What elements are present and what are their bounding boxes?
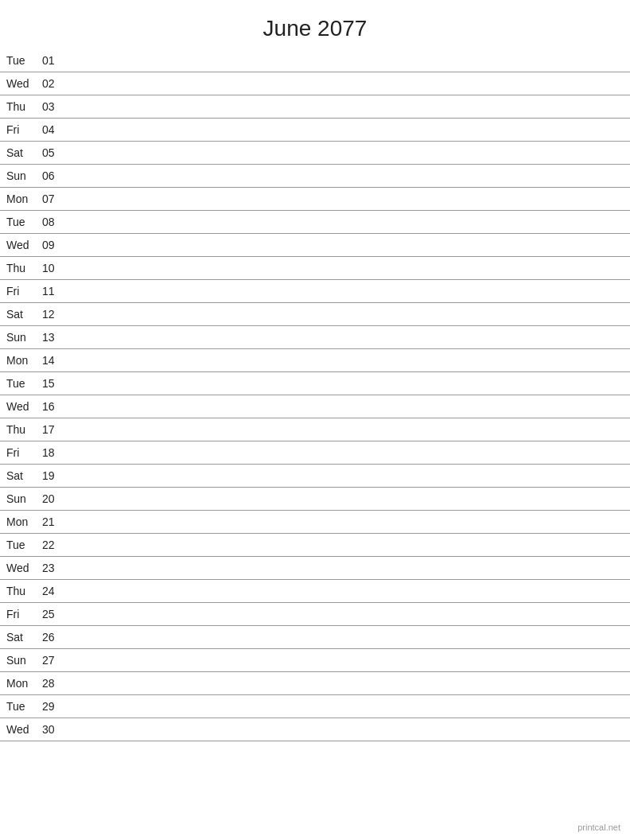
day-content-area[interactable] xyxy=(60,626,630,649)
day-number: 30 xyxy=(36,718,60,741)
day-content-area[interactable] xyxy=(60,580,630,603)
day-number: 21 xyxy=(36,511,60,534)
day-number: 03 xyxy=(36,95,60,119)
day-name: Tue xyxy=(0,211,36,234)
day-number: 19 xyxy=(36,465,60,488)
day-number: 13 xyxy=(36,326,60,349)
day-content-area[interactable] xyxy=(60,372,630,395)
day-name: Mon xyxy=(0,511,36,534)
day-number: 20 xyxy=(36,488,60,511)
day-content-area[interactable] xyxy=(60,280,630,303)
day-name: Mon xyxy=(0,349,36,372)
day-number: 02 xyxy=(36,72,60,95)
calendar-row: Thu24 xyxy=(0,580,630,603)
day-name: Tue xyxy=(0,695,36,718)
day-number: 17 xyxy=(36,418,60,441)
calendar-row: Thu17 xyxy=(0,418,630,441)
day-name: Tue xyxy=(0,49,36,72)
calendar-row: Wed16 xyxy=(0,395,630,418)
day-content-area[interactable] xyxy=(60,349,630,372)
day-number: 01 xyxy=(36,49,60,72)
day-content-area[interactable] xyxy=(60,119,630,142)
day-number: 27 xyxy=(36,649,60,672)
day-content-area[interactable] xyxy=(60,188,630,211)
day-name: Thu xyxy=(0,95,36,119)
day-name: Sat xyxy=(0,142,36,165)
day-content-area[interactable] xyxy=(60,695,630,718)
day-name: Mon xyxy=(0,672,36,695)
calendar-row: Mon28 xyxy=(0,672,630,695)
day-content-area[interactable] xyxy=(60,557,630,580)
day-content-area[interactable] xyxy=(60,418,630,441)
day-number: 29 xyxy=(36,695,60,718)
day-number: 26 xyxy=(36,626,60,649)
calendar-row: Sun20 xyxy=(0,488,630,511)
calendar-row: Wed09 xyxy=(0,234,630,257)
page-title: June 2077 xyxy=(0,0,630,49)
day-name: Wed xyxy=(0,718,36,741)
day-name: Wed xyxy=(0,557,36,580)
calendar-row: Wed02 xyxy=(0,72,630,95)
day-content-area[interactable] xyxy=(60,534,630,557)
day-name: Mon xyxy=(0,188,36,211)
calendar-row: Sun13 xyxy=(0,326,630,349)
day-number: 16 xyxy=(36,395,60,418)
day-number: 23 xyxy=(36,557,60,580)
day-content-area[interactable] xyxy=(60,672,630,695)
day-number: 28 xyxy=(36,672,60,695)
day-name: Fri xyxy=(0,280,36,303)
day-name: Sun xyxy=(0,649,36,672)
day-content-area[interactable] xyxy=(60,603,630,626)
day-content-area[interactable] xyxy=(60,165,630,188)
day-name: Sat xyxy=(0,303,36,326)
day-content-area[interactable] xyxy=(60,211,630,234)
day-content-area[interactable] xyxy=(60,649,630,672)
calendar-row: Tue22 xyxy=(0,534,630,557)
day-number: 22 xyxy=(36,534,60,557)
day-content-area[interactable] xyxy=(60,234,630,257)
day-content-area[interactable] xyxy=(60,718,630,741)
day-content-area[interactable] xyxy=(60,326,630,349)
day-content-area[interactable] xyxy=(60,511,630,534)
day-name: Thu xyxy=(0,257,36,280)
day-content-area[interactable] xyxy=(60,95,630,119)
day-name: Sun xyxy=(0,326,36,349)
calendar-row: Tue29 xyxy=(0,695,630,718)
day-content-area[interactable] xyxy=(60,303,630,326)
day-number: 07 xyxy=(36,188,60,211)
day-content-area[interactable] xyxy=(60,441,630,465)
calendar-row: Tue15 xyxy=(0,372,630,395)
calendar-row: Mon21 xyxy=(0,511,630,534)
calendar-row: Sat19 xyxy=(0,465,630,488)
day-name: Wed xyxy=(0,72,36,95)
day-content-area[interactable] xyxy=(60,488,630,511)
calendar-row: Thu03 xyxy=(0,95,630,119)
calendar-row: Fri25 xyxy=(0,603,630,626)
calendar-row: Thu10 xyxy=(0,257,630,280)
day-name: Fri xyxy=(0,441,36,465)
calendar-row: Sun06 xyxy=(0,165,630,188)
day-content-area[interactable] xyxy=(60,142,630,165)
day-name: Tue xyxy=(0,534,36,557)
calendar-row: Sat26 xyxy=(0,626,630,649)
day-number: 08 xyxy=(36,211,60,234)
day-name: Fri xyxy=(0,603,36,626)
day-content-area[interactable] xyxy=(60,395,630,418)
calendar-row: Tue01 xyxy=(0,49,630,72)
day-number: 04 xyxy=(36,119,60,142)
calendar-row: Wed23 xyxy=(0,557,630,580)
day-content-area[interactable] xyxy=(60,257,630,280)
day-content-area[interactable] xyxy=(60,72,630,95)
day-name: Thu xyxy=(0,580,36,603)
day-name: Wed xyxy=(0,395,36,418)
day-content-area[interactable] xyxy=(60,465,630,488)
calendar-row: Sat05 xyxy=(0,142,630,165)
day-name: Sun xyxy=(0,165,36,188)
day-number: 09 xyxy=(36,234,60,257)
day-number: 11 xyxy=(36,280,60,303)
day-content-area[interactable] xyxy=(60,49,630,72)
day-number: 10 xyxy=(36,257,60,280)
calendar-table: Tue01Wed02Thu03Fri04Sat05Sun06Mon07Tue08… xyxy=(0,49,630,741)
day-name: Tue xyxy=(0,372,36,395)
day-number: 25 xyxy=(36,603,60,626)
